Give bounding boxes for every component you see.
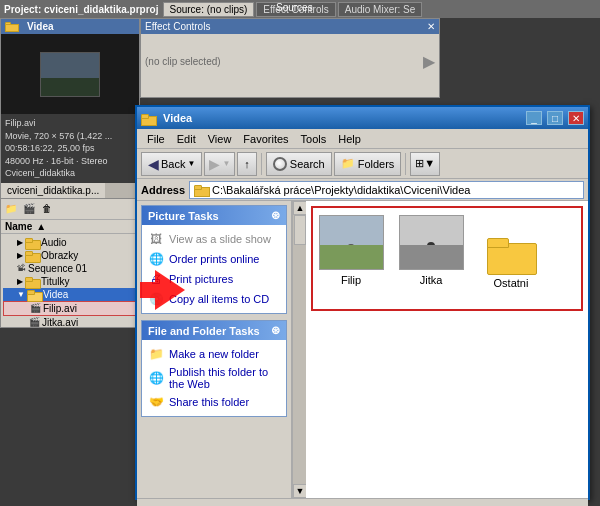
audio-mixer-tab[interactable]: Audio Mixer: Se	[338, 2, 423, 17]
folders-button[interactable]: 📁 Folders	[334, 152, 402, 176]
collapse-icon: ▶	[17, 251, 23, 260]
folders-icon: 📁	[341, 157, 355, 170]
tree-item-sequence01[interactable]: 📽 Sequence 01	[3, 262, 137, 275]
toolbar-separator2	[405, 153, 406, 175]
expand-icon: ▼	[17, 290, 25, 299]
close-icon[interactable]: ✕	[427, 21, 435, 32]
effect-controls-header: Effect Controls ✕	[141, 19, 439, 34]
project-panel-header: Videa	[1, 19, 139, 34]
no-clip-label: (no clip selected) ▶	[141, 34, 439, 89]
jitka-label: Jitka	[420, 274, 443, 286]
person-silhouette	[427, 242, 435, 264]
tasks-scrollbar[interactable]: ▲ ▼	[292, 201, 306, 498]
project-preview	[1, 34, 139, 114]
dropdown-arrow-icon: ▼	[222, 159, 230, 168]
file-item-jitka[interactable]: Jitka	[396, 211, 466, 293]
jitka-thumbnail	[399, 215, 464, 270]
address-label: Address	[141, 184, 185, 196]
project-toolbar: 📁 🎬 🗑	[1, 199, 139, 220]
tree-item-videa[interactable]: ▼ Videa	[3, 288, 137, 301]
dropdown-arrow-icon: ▼	[187, 159, 195, 168]
menu-bar: File Edit View Favorites Tools Help	[137, 129, 588, 149]
picture-tasks-header: Picture Tasks ⊛	[142, 206, 286, 225]
project-file-info: Filip.avi Movie, 720 × 576 (1,422 ... 00…	[1, 114, 139, 183]
video-file-icon: 🎬	[30, 303, 41, 313]
publish-icon: 🌐	[148, 370, 164, 386]
address-field[interactable]: C:\Bakalářská práce\Projekty\didaktika\C…	[189, 181, 584, 199]
file-folder-tasks-items: 📁 Make a new folder 🌐 Publish this folde…	[142, 340, 286, 416]
tree-item-obrazky[interactable]: ▶ Obrazky	[3, 249, 137, 262]
file-folder-tasks-header: File and Folder Tasks ⊛	[142, 321, 286, 340]
sources-label: Sources	[276, 2, 313, 13]
maximize-button[interactable]: □	[547, 111, 563, 125]
explorer-window: Videa _ □ ✕ File Edit View Favorites Too…	[135, 105, 590, 500]
scroll-thumb[interactable]	[294, 215, 306, 245]
menu-file[interactable]: File	[141, 133, 171, 145]
file-item-ostatni[interactable]: Ostatni	[476, 231, 546, 293]
project-tree: ▶ Audio ▶ Obrazky 📽 Sequence 01 ▶ Titulk…	[1, 234, 139, 331]
filip-thumbnail	[319, 215, 384, 270]
scroll-down-button[interactable]: ▼	[293, 484, 307, 498]
collapse-icon[interactable]: ⊛	[271, 209, 280, 222]
scroll-up-button[interactable]: ▲	[293, 201, 307, 215]
file-folder-tasks-box: File and Folder Tasks ⊛ 📁 Make a new fol…	[141, 320, 287, 417]
up-button[interactable]: ↑	[237, 152, 257, 176]
column-header: Name ▲	[1, 220, 139, 234]
folder-open-icon	[27, 289, 41, 300]
file-item-filip[interactable]: Filip	[316, 211, 386, 293]
tree-item-filip[interactable]: 🎬 Filip.avi	[3, 301, 137, 316]
tree-item-jitka[interactable]: 🎬 Jitka.avi	[3, 316, 137, 329]
folder-icon-header	[5, 21, 19, 32]
play-icon[interactable]: ▶	[423, 52, 435, 71]
source-tab[interactable]: Source: (no clips)	[163, 2, 255, 17]
collapse-icon[interactable]: ⊛	[271, 324, 280, 337]
menu-help[interactable]: Help	[332, 133, 367, 145]
project-title: Project: cviceni_didaktika.prproj	[4, 4, 159, 15]
folder-icon	[25, 250, 39, 261]
up-arrow-icon: ↑	[244, 158, 250, 170]
project-panel: Videa Filip.avi Movie, 720 × 576 (1,422 …	[0, 18, 140, 328]
address-bar: Address C:\Bakalářská práce\Projekty\did…	[137, 179, 588, 201]
delete-button[interactable]: 🗑	[38, 200, 56, 218]
collapse-icon: ▶	[17, 277, 23, 286]
project-tab-files[interactable]: cviceni_didaktika.p...	[1, 183, 105, 198]
menu-favorites[interactable]: Favorites	[237, 133, 294, 145]
explorer-toolbar: ◀ Back ▼ ▶ ▼ ↑ Search 📁 Folders ⊞▼	[137, 149, 588, 179]
video-file-icon: 🎬	[29, 317, 40, 327]
new-item-button[interactable]: 🎬	[20, 200, 38, 218]
tree-item-audio[interactable]: ▶ Audio	[3, 236, 137, 249]
task-publish-folder[interactable]: 🌐 Publish this folder to the Web	[148, 364, 280, 392]
effect-controls-panel: Effect Controls ✕ (no clip selected) ▶	[140, 18, 440, 98]
arrow-svg	[135, 260, 195, 320]
ostatni-label: Ostatni	[494, 277, 529, 289]
views-button[interactable]: ⊞▼	[410, 152, 440, 176]
folder-icon	[25, 276, 39, 287]
minimize-button[interactable]: _	[526, 111, 542, 125]
explorer-titlebar: Videa _ □ ✕	[137, 107, 588, 129]
filip-label: Filip	[341, 274, 361, 286]
task-new-folder[interactable]: 📁 Make a new folder	[148, 344, 280, 364]
forward-button[interactable]: ▶ ▼	[204, 152, 235, 176]
new-folder-icon: 📁	[148, 346, 164, 362]
tree-item-titulky[interactable]: ▶ Titulky	[3, 275, 137, 288]
back-button[interactable]: ◀ Back ▼	[141, 152, 202, 176]
search-icon	[273, 157, 287, 171]
svg-marker-0	[140, 270, 185, 310]
back-arrow-icon: ◀	[148, 156, 159, 172]
sequence-icon: 📽	[17, 263, 26, 273]
slideshow-icon: 🖼	[148, 231, 164, 247]
explorer-window-title: Videa	[163, 112, 521, 124]
project-tabs: cviceni_didaktika.p...	[1, 183, 139, 199]
task-share-folder[interactable]: 🤝 Share this folder	[148, 392, 280, 412]
search-button[interactable]: Search	[266, 152, 332, 176]
scroll-track	[293, 215, 306, 484]
menu-edit[interactable]: Edit	[171, 133, 202, 145]
task-slideshow[interactable]: 🖼 View as a slide show	[148, 229, 280, 249]
share-icon: 🤝	[148, 394, 164, 410]
ostatni-folder-icon	[487, 235, 535, 273]
new-bin-button[interactable]: 📁	[2, 200, 20, 218]
close-button[interactable]: ✕	[568, 111, 584, 125]
person-silhouette	[346, 244, 356, 264]
menu-view[interactable]: View	[202, 133, 238, 145]
menu-tools[interactable]: Tools	[295, 133, 333, 145]
